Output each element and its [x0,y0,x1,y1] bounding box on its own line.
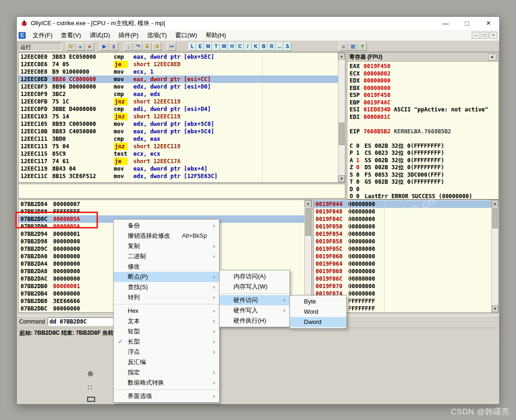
registers-collapse-button[interactable]: < [488,54,496,61]
toolbar-runtrace-button[interactable]: ... [275,42,283,51]
flag-row[interactable]: S0FS 0053 32位 3DC000(FFF) [350,172,496,179]
breakpoint-menu-item[interactable]: 硬件写入› [220,305,289,316]
context-menu-item[interactable]: 浮点› [114,347,219,357]
stack-row[interactable]: 0019F05400000000 [314,230,498,238]
scroll-up-icon[interactable]: ▲ [338,53,345,60]
stack-row[interactable]: 0019F05C00000000 [314,245,498,253]
disasm-row[interactable]: 12EEC0E8B9 01000000movecx, 1 [19,68,345,76]
eip-row[interactable]: EIP7668B5B2 KERNELBA.7668B5B2 [350,128,496,136]
scroll-thumb[interactable] [492,208,498,228]
toolbar-w-button[interactable]: W [220,42,228,51]
appearance-icon[interactable]: ▦ [348,42,358,51]
hardware-menu-item[interactable]: Word [290,307,346,317]
context-menu-item[interactable]: 复制› [114,241,219,251]
disasm-scrollbar[interactable]: ▲ ▼ [338,53,345,182]
context-menu-item[interactable]: Hex› [114,306,219,316]
register-row[interactable]: ESI01ED834D ASCII "ppActive: not active" [350,106,496,114]
toolbar-r-button[interactable]: R [268,42,275,51]
disasm-row[interactable]: 12EEC0E03B83 EC050000cmpeax, dword ptr [… [19,53,345,61]
log-list-icon[interactable]: ≡ [339,42,348,51]
scroll-thumb[interactable] [305,208,311,236]
menubar-item[interactable]: 调试(D) [85,30,114,41]
register-row[interactable]: EAX0019F450 [350,63,496,70]
animate-into-icon[interactable]: ⇊ [143,42,152,51]
register-row[interactable]: EBX00000000 [350,85,496,92]
menubar-item[interactable]: 文件(F) [28,30,57,41]
execute-till-return-icon[interactable]: ↦ [167,42,176,51]
toolbar-m-button[interactable]: M [204,42,212,51]
register-row[interactable]: EDX00000000 [350,77,496,85]
flag-row[interactable]: A1SS 002B 32位 0(FFFFFFFF) [350,157,496,165]
play-icon[interactable]: ▶ [100,42,109,51]
context-menu-item[interactable]: 断点(P)› [114,272,219,282]
stack-row[interactable]: 0019F05000000000 [314,223,498,230]
close-program-icon[interactable]: × [85,42,94,51]
scroll-down-icon[interactable]: ▼ [492,305,498,312]
maximize-button[interactable]: □ [456,20,478,27]
stack-row[interactable]: 0019F07000000000 [314,282,498,290]
toolbar-patches-button[interactable]: / [244,42,252,51]
rewind-icon[interactable]: « [76,42,85,51]
scroll-thumb[interactable] [339,123,344,145]
disasm-row[interactable]: 12EEC0FB75 1Cjnzshort 12EEC119 [19,98,345,105]
stack-row[interactable]: 0019F05800000000 [314,238,498,245]
toolbar-e-button[interactable]: E [196,42,204,51]
minimize-button[interactable]: — [435,20,456,27]
disasm-row[interactable]: 12EEC1058B93 C0050000movedx, dword ptr [… [19,120,345,128]
toolbar-s-button[interactable]: S [283,42,291,51]
menubar-item[interactable]: 选项(T) [143,30,171,41]
mdi-minimize-button[interactable]: – [472,32,480,39]
context-menu-item[interactable]: 查找(S)› [114,282,219,292]
stack-row[interactable]: 0019F06C00000000 [314,275,498,282]
menubar-item[interactable]: 插件(P) [114,30,143,41]
title-bar[interactable]: OllyICE - cstrike.exe - [CPU - m主线程, 模块 … [17,17,499,30]
stack-row[interactable]: 0019F06400000000 [314,260,498,268]
info-pane[interactable] [18,184,345,199]
step-into-icon[interactable]: ↓ [124,42,133,51]
context-menu-item[interactable]: 指定› [114,367,219,378]
hardware-menu-item[interactable]: Dword [290,317,346,327]
crosshair-icon[interactable]: ⊕ [87,369,93,378]
disasm-row[interactable]: 12EEC0ED8B86 CC000000moveax, dword ptr [… [19,76,345,83]
flag-row[interactable]: P1CS 0023 32位 0(FFFFFFFF) [350,150,496,157]
context-menu-item[interactable]: 界面选项› [114,391,219,401]
disasm-row[interactable]: 12EEC11774 61jeshort 12EEC17A [19,158,345,165]
restart-icon[interactable]: ↻ [66,42,76,51]
context-menu-item[interactable]: 撤销选择处修改Alt+BkSp [114,231,219,241]
disasm-row[interactable]: 12EEC0E674 05jeshort 12EEC0ED [19,61,345,68]
toolbar-h-button[interactable]: H [228,42,236,51]
flag-row[interactable]: T0GS 002B 32位 0(FFFFFFFF) [350,179,496,186]
stack-scrollbar[interactable]: ▲ ▼ [491,200,498,312]
register-row[interactable]: EDI0000001C [350,114,496,121]
mdi-restore-button[interactable]: □ [481,32,488,39]
context-menu-item[interactable]: 短型› [114,326,219,337]
disasm-row[interactable]: 12EEC0F93BC2cmpeax, edx [19,90,345,98]
disasm-row[interactable]: 12EEC11C8B15 3CE6F512movedx, dword ptr [… [19,172,345,180]
register-row[interactable]: EBP0019F4AC [350,99,496,107]
stack-row[interactable]: 0019F06800000000 [314,268,498,275]
scroll-down-icon[interactable]: ▼ [338,175,345,182]
disasm-row[interactable]: 12EEC11585C9testecx, ecx [19,150,345,158]
flag-row[interactable]: C0ES 002B 32位 0(FFFFFFFF) [350,143,496,150]
animate-over-icon[interactable]: ⇉ [152,42,161,51]
flag-row[interactable]: D0 [350,186,496,193]
toolbar-k-button[interactable]: K [252,42,260,51]
stack-row[interactable]: 0019F06000000000 [314,253,498,260]
registers-pane[interactable]: 寄存器 (FPU) < EAX0019F450ECX00000002EDX000… [347,52,499,200]
breakpoint-menu-item[interactable]: 内存访问(A) [220,271,289,282]
rectangle-tool-icon[interactable] [87,397,95,402]
breakpoint-menu-item[interactable]: 硬件访问› [220,295,289,305]
step-over-icon[interactable]: ↷ [133,42,143,51]
flag-row[interactable]: Z0DS 002B 32位 0(FFFFFFFF) [350,164,496,172]
menubar-item[interactable]: 窗口(W) [171,30,201,41]
hardware-menu-item[interactable]: Byte [290,296,346,307]
close-button[interactable]: × [478,19,499,28]
disasm-row[interactable]: 12EEC11375 04jnzshort 12EEC119 [19,143,345,150]
dump-row[interactable]: 07BB2D8400000007 [19,200,311,208]
disasm-row[interactable]: 12EEC0FD3BBE D4000000cmpedi, dword ptr [… [19,105,345,113]
mdi-close-button[interactable]: × [489,32,497,39]
context-menu-item[interactable]: ✓长型› [114,337,219,347]
breakpoint-menu-item[interactable]: 硬件执行(H) [220,316,289,326]
pause-icon[interactable]: ‖ [109,42,118,51]
context-menu-item[interactable]: 转到› [114,292,219,303]
